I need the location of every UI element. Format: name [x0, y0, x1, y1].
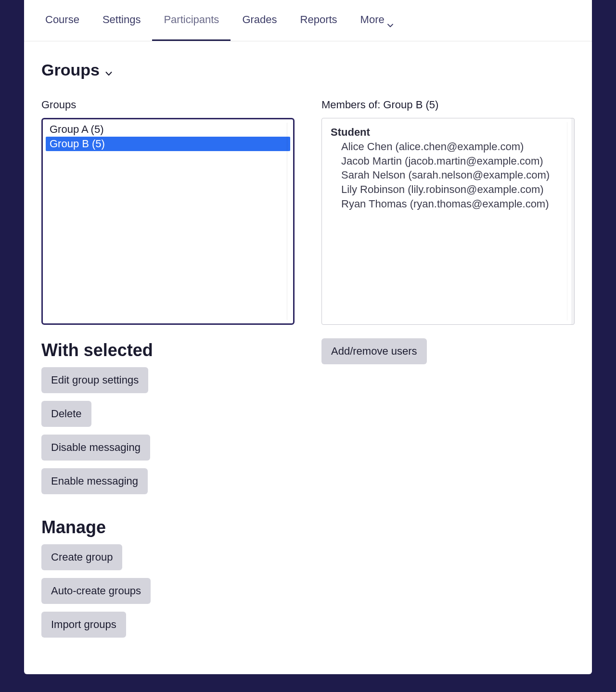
- group-option[interactable]: Group B (5): [46, 137, 290, 151]
- edit-group-settings-button[interactable]: Edit group settings: [41, 367, 148, 393]
- delete-group-button[interactable]: Delete: [41, 401, 91, 427]
- tab-participants[interactable]: Participants: [152, 0, 231, 41]
- course-nav-tabs: Course Settings Participants Grades Repo…: [24, 0, 592, 41]
- member-option[interactable]: Ryan Thomas (ryan.thomas@example.com): [331, 197, 565, 211]
- chevron-down-icon: [105, 69, 112, 74]
- groups-listbox-label: Groups: [41, 99, 295, 111]
- chevron-down-icon: [387, 18, 393, 22]
- scrollbar-track: [287, 123, 287, 320]
- import-groups-button[interactable]: Import groups: [41, 612, 126, 638]
- manage-heading: Manage: [41, 517, 295, 538]
- page-title: Groups: [41, 61, 100, 79]
- tab-more-label: More: [360, 13, 385, 26]
- members-role-heading: Student: [331, 126, 565, 139]
- groups-columns: Groups Group A (5) Group B (5) With sele…: [41, 99, 575, 645]
- disable-messaging-button[interactable]: Disable messaging: [41, 435, 150, 461]
- member-option[interactable]: Lily Robinson (lily.robinson@example.com…: [331, 182, 565, 197]
- main-area: Groups Groups Group A (5) Group B (5) Wi…: [24, 41, 592, 645]
- members-column: Members of: Group B (5) Student Alice Ch…: [321, 99, 575, 645]
- members-listbox-label: Members of: Group B (5): [321, 99, 575, 111]
- group-option[interactable]: Group A (5): [46, 122, 290, 137]
- with-selected-heading: With selected: [41, 340, 295, 360]
- groups-column: Groups Group A (5) Group B (5) With sele…: [41, 99, 295, 645]
- tab-course[interactable]: Course: [34, 0, 91, 41]
- create-group-button[interactable]: Create group: [41, 544, 122, 570]
- tab-grades[interactable]: Grades: [231, 0, 288, 41]
- page-title-dropdown[interactable]: Groups: [41, 61, 575, 79]
- content-card: Course Settings Participants Grades Repo…: [24, 0, 592, 674]
- tab-more[interactable]: More: [349, 0, 405, 41]
- scrollbar-track: [567, 122, 567, 320]
- tab-settings[interactable]: Settings: [91, 0, 153, 41]
- members-listbox[interactable]: Student Alice Chen (alice.chen@example.c…: [321, 118, 575, 325]
- enable-messaging-button[interactable]: Enable messaging: [41, 468, 148, 494]
- member-option[interactable]: Alice Chen (alice.chen@example.com): [331, 140, 565, 154]
- add-remove-users-button[interactable]: Add/remove users: [321, 338, 427, 364]
- groups-listbox[interactable]: Group A (5) Group B (5): [41, 118, 295, 325]
- member-option[interactable]: Sarah Nelson (sarah.nelson@example.com): [331, 168, 565, 182]
- auto-create-groups-button[interactable]: Auto-create groups: [41, 578, 151, 604]
- tab-reports[interactable]: Reports: [289, 0, 349, 41]
- member-option[interactable]: Jacob Martin (jacob.martin@example.com): [331, 154, 565, 168]
